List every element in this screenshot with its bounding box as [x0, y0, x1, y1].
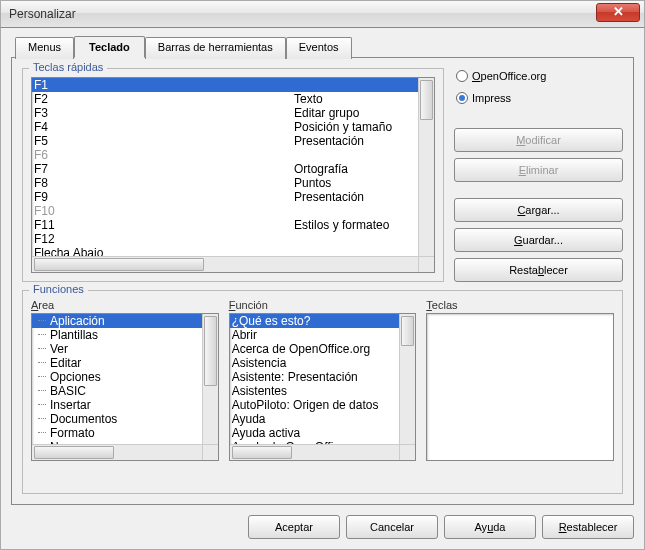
area-item[interactable]: Formato — [32, 426, 202, 440]
function-item[interactable]: Ayuda — [230, 412, 400, 426]
function-item[interactable]: Asistente: Presentación — [230, 370, 400, 384]
area-item[interactable]: BASIC — [32, 384, 202, 398]
radio-openoffice-label: OpenOffice.org — [472, 70, 546, 82]
shortcut-row[interactable]: F3Editar grupo — [32, 106, 418, 120]
scrollbar-vertical[interactable] — [202, 314, 218, 444]
shortcut-row[interactable]: F6 — [32, 148, 418, 162]
scrollbar-vertical[interactable] — [418, 78, 434, 256]
keys-label: Teclas — [426, 299, 614, 311]
shortcut-row[interactable]: F12 — [32, 232, 418, 246]
title-bar: Personalizar ✕ — [0, 0, 645, 28]
scrollbar-horizontal[interactable] — [32, 444, 202, 460]
restablecer-footer-button[interactable]: Restablecer — [542, 515, 634, 539]
shortcut-row[interactable]: F11Estilos y formateo — [32, 218, 418, 232]
function-item[interactable]: Acerca de OpenOffice.org — [230, 342, 400, 356]
shortcut-row[interactable]: F5Presentación — [32, 134, 418, 148]
cancelar-button[interactable]: Cancelar — [346, 515, 438, 539]
function-label: Función — [229, 299, 417, 311]
area-item[interactable]: Documentos — [32, 412, 202, 426]
area-column: Area AplicaciónPlantillasVerEditarOpcion… — [31, 299, 219, 461]
function-item[interactable]: Ayuda activa — [230, 426, 400, 440]
shortcut-row[interactable]: F7Ortografía — [32, 162, 418, 176]
radio-openoffice[interactable]: OpenOffice.org — [454, 68, 623, 84]
window-title: Personalizar — [9, 7, 76, 21]
tab-barras[interactable]: Barras de herramientas — [145, 37, 286, 59]
cargar-button[interactable]: Cargar... — [454, 198, 623, 222]
keys-column: Teclas — [426, 299, 614, 461]
guardar-button[interactable]: Guardar... — [454, 228, 623, 252]
scroll-corner — [202, 444, 218, 460]
shortcuts-listbox[interactable]: F1F2TextoF3Editar grupoF4Posición y tama… — [31, 77, 435, 273]
scrollbar-horizontal[interactable] — [32, 256, 418, 272]
function-item[interactable]: Abrir — [230, 328, 400, 342]
restablecer-button[interactable]: Restablecer — [454, 258, 623, 282]
function-item[interactable]: Asistencia — [230, 356, 400, 370]
right-column: OpenOffice.org Impress Modificar Elimina… — [454, 68, 623, 282]
scroll-corner — [399, 444, 415, 460]
tab-teclado[interactable]: Teclado — [74, 36, 145, 58]
functions-row: Area AplicaciónPlantillasVerEditarOpcion… — [31, 299, 614, 461]
tab-menus[interactable]: Menus — [15, 37, 74, 59]
keys-listbox[interactable] — [426, 313, 614, 461]
scroll-corner — [418, 256, 434, 272]
functions-fieldset: Funciones Area AplicaciónPlantillasVerEd… — [22, 290, 623, 494]
area-label: Area — [31, 299, 219, 311]
function-item[interactable]: ¿Qué es esto? — [230, 314, 400, 328]
radio-icon — [456, 70, 468, 82]
function-listbox[interactable]: ¿Qué es esto?AbrirAcerca de OpenOffice.o… — [229, 313, 417, 461]
area-listbox[interactable]: AplicaciónPlantillasVerEditarOpcionesBAS… — [31, 313, 219, 461]
area-item[interactable]: Editar — [32, 356, 202, 370]
scrollbar-horizontal[interactable] — [230, 444, 400, 460]
shortcut-row[interactable]: F9Presentación — [32, 190, 418, 204]
scrollbar-vertical[interactable] — [399, 314, 415, 444]
ayuda-button[interactable]: Ayuda — [444, 515, 536, 539]
radio-icon — [456, 92, 468, 104]
shortcut-row[interactable]: F1 — [32, 78, 418, 92]
aceptar-button[interactable]: Aceptar — [248, 515, 340, 539]
shortcut-row[interactable]: F8Puntos — [32, 176, 418, 190]
shortcuts-fieldset: Teclas rápidas F1F2TextoF3Editar grupoF4… — [22, 68, 444, 282]
shortcut-row[interactable]: F2Texto — [32, 92, 418, 106]
area-item[interactable]: Aplicación — [32, 314, 202, 328]
area-item[interactable]: Plantillas — [32, 328, 202, 342]
eliminar-button[interactable]: Eliminar — [454, 158, 623, 182]
shortcut-row[interactable]: F10 — [32, 204, 418, 218]
radio-impress[interactable]: Impress — [454, 90, 623, 106]
shortcuts-legend: Teclas rápidas — [29, 61, 107, 73]
tab-strip: Menus Teclado Barras de herramientas Eve… — [15, 36, 634, 58]
functions-legend: Funciones — [29, 283, 88, 295]
close-button[interactable]: ✕ — [596, 3, 640, 22]
shortcut-row[interactable]: F4Posición y tamaño — [32, 120, 418, 134]
tab-content: Teclas rápidas F1F2TextoF3Editar grupoF4… — [11, 57, 634, 505]
tab-eventos[interactable]: Eventos — [286, 37, 352, 59]
footer-buttons: Aceptar Cancelar Ayuda Restablecer — [11, 505, 634, 539]
area-item[interactable]: Opciones — [32, 370, 202, 384]
area-item[interactable]: Ver — [32, 342, 202, 356]
function-column: Función ¿Qué es esto?AbrirAcerca de Open… — [229, 299, 417, 461]
area-item[interactable]: Insertar — [32, 398, 202, 412]
function-item[interactable]: AutoPiloto: Origen de datos — [230, 398, 400, 412]
modificar-button[interactable]: Modificar — [454, 128, 623, 152]
top-row: Teclas rápidas F1F2TextoF3Editar grupoF4… — [22, 68, 623, 282]
shortcut-row[interactable]: Flecha Abajo — [32, 246, 418, 256]
dialog-body: Menus Teclado Barras de herramientas Eve… — [0, 28, 645, 550]
function-item[interactable]: Asistentes — [230, 384, 400, 398]
radio-impress-label: Impress — [472, 92, 511, 104]
